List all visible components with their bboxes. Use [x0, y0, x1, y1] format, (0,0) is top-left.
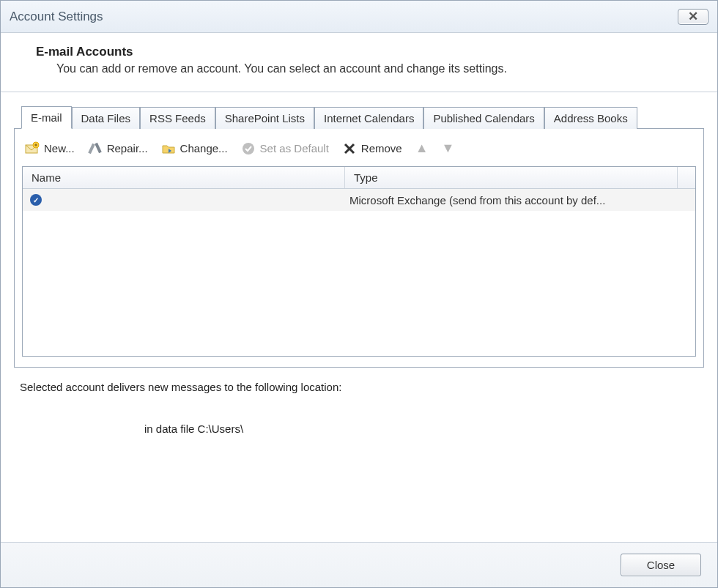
- tab-sharepoint-lists[interactable]: SharePoint Lists: [215, 107, 314, 129]
- tab-panel-email: New... Repair...: [14, 128, 704, 368]
- tab-address-books[interactable]: Address Books: [544, 107, 637, 129]
- col-name[interactable]: Name: [23, 167, 345, 188]
- remove-button-label: Remove: [361, 142, 402, 155]
- remove-button[interactable]: Remove: [342, 141, 402, 156]
- repair-button-label: Repair...: [107, 142, 148, 155]
- toolbar: New... Repair...: [22, 138, 696, 166]
- col-spacer: [678, 167, 695, 188]
- tab-data-files[interactable]: Data Files: [72, 107, 141, 129]
- titlebar: Account Settings ✕: [1, 1, 717, 33]
- header-title: E-mail Accounts: [36, 45, 697, 59]
- cell-name: ✓: [23, 194, 345, 206]
- folder-change-icon: [161, 141, 176, 156]
- new-button[interactable]: New...: [25, 141, 75, 156]
- svg-rect-5: [95, 142, 102, 152]
- default-account-icon: ✓: [30, 194, 42, 206]
- set-default-button-label: Set as Default: [260, 142, 329, 155]
- delivery-info: Selected account delivers new messages t…: [14, 368, 704, 438]
- move-up-icon: ▲: [415, 141, 429, 156]
- set-default-button: Set as Default: [241, 141, 329, 156]
- repair-button[interactable]: Repair...: [88, 141, 148, 156]
- delivery-info-line1: Selected account delivers new messages t…: [20, 381, 698, 393]
- new-button-label: New...: [44, 142, 75, 155]
- tab-internet-calendars[interactable]: Internet Calendars: [314, 107, 423, 129]
- table-header: Name Type: [23, 167, 695, 189]
- col-type[interactable]: Type: [345, 167, 678, 188]
- footer: Close: [1, 542, 717, 587]
- tab-email[interactable]: E-mail: [21, 106, 72, 129]
- check-circle-icon: [241, 141, 256, 156]
- window-close-button[interactable]: ✕: [678, 9, 708, 25]
- window-title: Account Settings: [10, 10, 103, 24]
- header: E-mail Accounts You can add or remove an…: [1, 33, 717, 92]
- envelope-new-icon: [25, 141, 40, 156]
- accounts-table: Name Type ✓ Microsoft Exchange (send fro…: [22, 166, 696, 357]
- svg-rect-4: [88, 143, 95, 153]
- header-subtitle: You can add or remove an account. You ca…: [56, 62, 697, 75]
- tab-published-calendars[interactable]: Published Calendars: [423, 107, 544, 129]
- move-down-icon: ▼: [442, 141, 455, 156]
- x-icon: [342, 141, 357, 156]
- table-row[interactable]: ✓ Microsoft Exchange (send from this acc…: [23, 189, 695, 211]
- close-icon: ✕: [688, 9, 698, 24]
- account-settings-window: Account Settings ✕ E-mail Accounts You c…: [0, 0, 718, 588]
- tools-icon: [88, 141, 103, 156]
- delivery-info-path: in data file C:\Users\: [20, 423, 698, 435]
- close-button-label: Close: [647, 559, 675, 571]
- svg-point-6: [243, 143, 254, 155]
- tab-rss-feeds[interactable]: RSS Feeds: [140, 107, 215, 129]
- change-button-label: Change...: [180, 142, 228, 155]
- cell-type: Microsoft Exchange (send from this accou…: [345, 194, 695, 206]
- close-button[interactable]: Close: [621, 554, 701, 576]
- change-button[interactable]: Change...: [161, 141, 228, 156]
- tab-strip: E-mail Data Files RSS Feeds SharePoint L…: [21, 105, 704, 128]
- body: E-mail Data Files RSS Feeds SharePoint L…: [1, 92, 717, 542]
